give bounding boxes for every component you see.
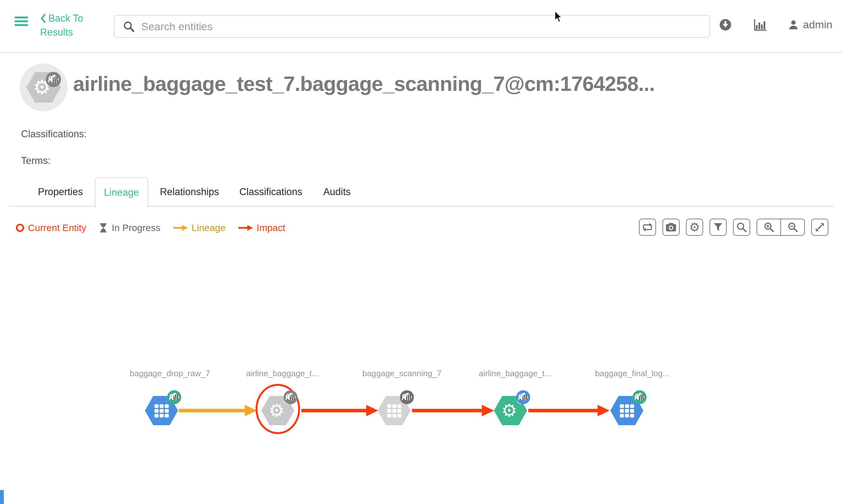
refresh-icon [641,221,654,234]
red-arrow-icon [238,224,253,231]
fullscreen-icon [814,221,826,233]
zoom-out-icon [787,221,799,233]
legend-in-progress: In Progress [99,222,160,233]
lineage-toolbar: ⚙ [639,219,828,236]
menu-icon[interactable] [15,17,28,26]
refresh-button[interactable] [639,219,656,236]
search-icon [123,20,135,32]
lineage-node-airline-baggage-process-2[interactable]: airline_baggage_t... ⚙ ⚙ [479,368,542,448]
hive-badge-icon [516,390,530,404]
zoom-in-icon [763,221,775,233]
stats-icon[interactable] [752,18,767,32]
page-title: airline_baggage_test_7.baggage_scanning_… [73,72,836,96]
zoom-out-button[interactable] [781,219,804,235]
search-input[interactable] [141,20,710,33]
tab-audits[interactable]: Audits [314,177,360,206]
table-icon [153,403,170,418]
top-header: Back To Results admin [0,0,843,53]
hive-badge-icon [284,390,298,404]
camera-icon [665,221,677,234]
hive-badge-icon [167,390,181,404]
tab-lineage[interactable]: Lineage [95,177,148,208]
hive-badge-icon [400,390,414,404]
settings-button[interactable]: ⚙ [686,219,703,236]
zoom-in-button[interactable] [757,219,781,235]
search-lineage-button[interactable] [733,219,750,236]
back-link-line1: Back To [48,12,83,25]
amber-arrow-icon [173,224,188,231]
tab-relationships[interactable]: Relationships [155,177,224,206]
classifications-label: Classifications: [21,128,87,140]
entity-avatar: ⚙ ⚙ [20,64,67,111]
zoom-buttons [756,219,805,236]
back-link-line2: Results [40,25,83,39]
fullscreen-button[interactable] [811,219,828,236]
hive-badge-icon [632,390,647,404]
red-ring-icon [16,224,24,232]
terms-label: Terms: [21,155,51,166]
search-icon [736,221,748,233]
gear-icon: ⚙ [689,221,700,233]
lineage-node-baggage-scanning-7[interactable]: baggage_scanning_7 [362,368,426,448]
node-label: baggage_scanning_7 [362,368,426,379]
hive-badge-icon [46,72,61,87]
node-label: airline_baggage_t... [479,368,542,379]
scrollbar-fragment [0,490,4,504]
legend-current-entity: Current Entity [16,222,86,233]
gear-icon: ⚙ [269,402,285,419]
tab-properties[interactable]: Properties [32,177,89,206]
node-label: baggage_final_log... [595,368,659,379]
back-to-results-link[interactable]: Back To Results [40,12,83,39]
download-icon[interactable] [719,18,732,31]
filter-icon [712,221,724,233]
legend-lineage: Lineage [173,222,226,233]
chevron-left-icon [40,13,47,23]
lineage-legend: Current Entity In Progress Lineage Impac… [16,219,285,236]
user-icon [788,19,799,31]
gear-icon: ⚙ [501,402,517,419]
lineage-node-baggage-final-log[interactable]: baggage_final_log... [595,368,659,448]
hourglass-icon [99,222,108,233]
screenshot-button[interactable] [662,219,680,236]
legend-impact: Impact [238,222,285,233]
node-label: baggage_drop_raw_7 [130,368,193,379]
table-icon [386,403,402,418]
lineage-node-baggage-drop-raw-7[interactable]: baggage_drop_raw_7 [130,368,193,448]
filter-button[interactable] [710,219,727,236]
user-menu[interactable]: admin [788,18,832,31]
entity-search-bar [114,15,710,38]
lineage-node-airline-baggage-process[interactable]: airline_baggage_t... ⚙ ⚙ [246,368,310,448]
tab-classifications[interactable]: Classifications [233,177,309,206]
node-label: airline_baggage_t... [246,368,310,379]
table-icon [618,403,635,418]
username-label: admin [803,18,832,31]
